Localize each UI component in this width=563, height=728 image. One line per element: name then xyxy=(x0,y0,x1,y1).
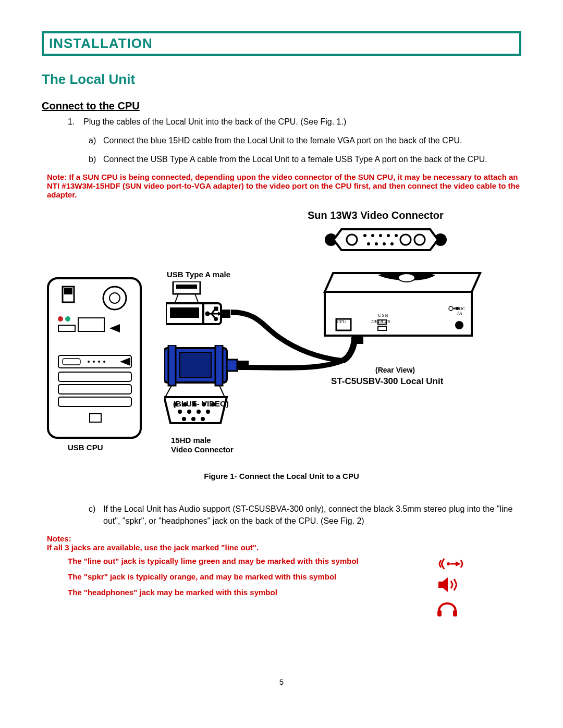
svg-point-13 xyxy=(390,242,394,245)
note-2: Notes: If all 3 jacks are available, use… xyxy=(47,534,521,599)
svg-rect-51 xyxy=(215,345,223,386)
svg-point-65 xyxy=(206,410,210,414)
sun-connector-title: Sun 13W3 Video Connector xyxy=(308,209,444,221)
svg-point-63 xyxy=(187,410,191,414)
speaker-icon xyxy=(437,576,461,594)
svg-rect-31 xyxy=(58,385,131,394)
svg-point-67 xyxy=(191,417,195,421)
headphones-icon xyxy=(436,596,459,619)
svg-rect-85 xyxy=(453,610,457,616)
svg-point-80 xyxy=(447,562,450,565)
blue-video-label: (BLUE- VIDEO) xyxy=(173,399,229,408)
svg-line-55 xyxy=(165,386,172,397)
local-unit-label: ST-C5USBV-300 Local Unit xyxy=(331,376,443,387)
svg-point-27 xyxy=(98,361,100,363)
svg-rect-20 xyxy=(58,325,75,331)
svg-line-38 xyxy=(195,294,198,302)
sub-c-text: If the Local Unit has Audio support (ST-… xyxy=(103,503,521,527)
sub-c-label: c) xyxy=(89,503,103,527)
svg-rect-84 xyxy=(437,610,442,616)
svg-rect-50 xyxy=(168,345,176,386)
figure-1-caption: Figure 1- Connect the Local Unit to a CP… xyxy=(42,472,521,480)
step-1-number: 1. xyxy=(68,116,83,128)
hd15-label-line1: 15HD male xyxy=(171,436,211,445)
note-1-text: Note: If a SUN CPU is being connected, d… xyxy=(47,172,520,199)
svg-point-18 xyxy=(58,316,63,322)
svg-rect-30 xyxy=(58,372,131,381)
svg-rect-40 xyxy=(170,307,199,318)
rear-view-label: (Rear View) xyxy=(375,366,415,374)
svg-point-2 xyxy=(347,235,357,245)
svg-point-28 xyxy=(103,361,105,363)
sun-connector-icon xyxy=(321,224,451,255)
svg-point-68 xyxy=(201,417,205,421)
svg-point-4 xyxy=(400,235,411,245)
note-1: Note: If a SUN CPU is being connected, d… xyxy=(47,172,521,199)
svg-rect-74 xyxy=(378,326,386,330)
h3-connect-cpu: Connect to the CPU xyxy=(42,100,521,112)
svg-point-9 xyxy=(395,234,398,237)
svg-rect-17 xyxy=(64,288,72,294)
device-devices-label: DEVICES xyxy=(371,319,390,324)
svg-point-11 xyxy=(375,242,378,245)
svg-point-3 xyxy=(414,235,425,245)
note-2-title: Notes: xyxy=(47,534,71,543)
svg-line-56 xyxy=(219,386,225,397)
svg-rect-24 xyxy=(63,359,80,365)
svg-point-46 xyxy=(215,318,217,320)
svg-line-37 xyxy=(175,294,178,302)
svg-rect-21 xyxy=(78,318,104,331)
svg-point-19 xyxy=(65,316,70,322)
svg-rect-52 xyxy=(180,352,211,377)
device-power-label: 9VDC 1A xyxy=(454,306,466,316)
svg-rect-32 xyxy=(58,397,131,406)
svg-point-64 xyxy=(197,410,201,414)
svg-point-75 xyxy=(455,321,463,329)
sub-b-text: Connect the USB Type A cable from the Lo… xyxy=(103,154,487,165)
svg-marker-82 xyxy=(456,561,461,566)
usb-cpu-label: USB CPU xyxy=(68,443,103,452)
sub-a-label: a) xyxy=(89,135,103,146)
svg-rect-79 xyxy=(352,336,363,344)
usb-type-a-label: USB Type A male xyxy=(167,270,230,279)
hd15-label-line2: Video Connector xyxy=(171,445,234,454)
sub-c: c) If the Local Unit has Audio support (… xyxy=(89,503,521,527)
usb-plug-icon xyxy=(166,281,234,339)
svg-rect-45 xyxy=(215,307,217,310)
section-header: INSTALLATION xyxy=(42,31,521,56)
usb-cpu-icon xyxy=(47,277,146,444)
svg-rect-36 xyxy=(176,285,197,289)
svg-point-8 xyxy=(387,234,390,237)
step-1: 1. Plug the cables of the Local Unit int… xyxy=(68,116,521,128)
sub-b-label: b) xyxy=(89,154,103,165)
svg-point-66 xyxy=(182,417,186,421)
device-cpu-label: CPU xyxy=(337,319,346,324)
svg-point-25 xyxy=(88,361,90,363)
svg-marker-83 xyxy=(438,577,448,592)
page-number: 5 xyxy=(0,677,563,686)
sub-b: b) Connect the USB Type A cable from the… xyxy=(89,154,521,165)
svg-point-62 xyxy=(178,410,182,414)
sub-a-text: Connect the blue 15HD cable from the Loc… xyxy=(103,135,462,146)
note-2-intro: If all 3 jacks are available, use the ja… xyxy=(47,543,259,552)
h2-local-unit: The Local Unit xyxy=(42,71,521,88)
section-title: INSTALLATION xyxy=(49,35,153,51)
svg-point-71 xyxy=(398,274,415,282)
step-1-text: Plug the cables of the Local Unit into t… xyxy=(83,116,346,128)
svg-rect-33 xyxy=(90,414,101,422)
svg-point-26 xyxy=(93,361,95,363)
svg-point-7 xyxy=(379,234,382,237)
line-out-icon xyxy=(438,555,464,573)
svg-point-6 xyxy=(371,234,374,237)
sub-a: a) Connect the blue 15HD cable from the … xyxy=(89,135,521,146)
svg-point-10 xyxy=(367,242,370,245)
svg-point-5 xyxy=(363,234,366,237)
device-usb-label: USB xyxy=(378,313,389,318)
figure-1: Sun 13W3 Video Connector xyxy=(42,204,521,496)
svg-point-12 xyxy=(383,242,386,245)
